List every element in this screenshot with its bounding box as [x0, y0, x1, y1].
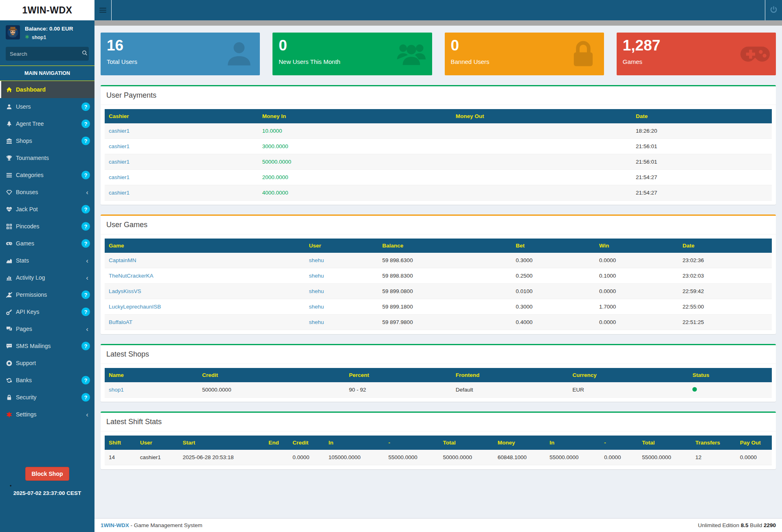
- logout-button[interactable]: [765, 0, 782, 20]
- link-cashier1[interactable]: cashier1: [109, 190, 130, 196]
- link-cashier1[interactable]: cashier1: [109, 128, 130, 134]
- link-shehu[interactable]: shehu: [309, 304, 324, 310]
- link-shehu[interactable]: shehu: [309, 288, 324, 294]
- sidebar-menu: DashboardUsers?Agent Tree?Shops?Tourname…: [0, 81, 94, 423]
- life-ring-icon: [6, 360, 16, 366]
- sidebar-item-permissions[interactable]: Permissions?: [0, 286, 94, 303]
- column-header-date: Date: [632, 109, 772, 123]
- link-buffaloat[interactable]: BuffaloAT: [109, 319, 132, 325]
- money-in-value: 10.0000: [262, 128, 282, 134]
- sidebar-item-api-keys[interactable]: API Keys?: [0, 303, 94, 320]
- sidebar-item-label: Support: [16, 360, 36, 366]
- block-shop-button[interactable]: Block Shop: [25, 467, 69, 481]
- stat-box-games: 1,287Games: [617, 33, 776, 75]
- help-badge[interactable]: ?: [81, 222, 90, 231]
- help-badge[interactable]: ?: [81, 171, 90, 180]
- cell-cashier: cashier1: [105, 139, 258, 154]
- lock-icon: [568, 39, 598, 71]
- link-cashier1[interactable]: cashier1: [109, 159, 130, 165]
- link-shehu[interactable]: shehu: [309, 319, 324, 325]
- help-badge[interactable]: ?: [81, 291, 90, 299]
- search-icon[interactable]: [82, 50, 88, 57]
- cell--: 55000.0000: [384, 450, 439, 465]
- column-header-credit: Credit: [198, 368, 345, 382]
- sidebar-item-label: Stats: [16, 257, 29, 264]
- cell-bet: 0.4000: [512, 315, 595, 330]
- section-title-user-payments: User Payments: [106, 91, 770, 100]
- link-shehu[interactable]: shehu: [309, 257, 324, 263]
- cell-balance: 59 899.0800: [378, 284, 512, 299]
- cell-win: 0.1000: [595, 268, 679, 284]
- column-header-date: Date: [679, 239, 772, 253]
- sidebar-item-games[interactable]: Games?: [0, 235, 94, 252]
- cell-bet: 0.0100: [512, 284, 595, 299]
- cell-win: 0.0000: [595, 253, 679, 268]
- sidebar-item-activity-log[interactable]: Activity Log‹: [0, 269, 94, 286]
- top-header: 1WIN-WDX: [0, 0, 782, 20]
- help-badge[interactable]: ?: [81, 120, 90, 128]
- cell-user: shehu: [305, 253, 378, 268]
- link-shop1[interactable]: shop1: [109, 387, 124, 393]
- sidebar-item-pincodes[interactable]: Pincodes?: [0, 218, 94, 235]
- sidebar-item-jack-pot[interactable]: Jack Pot?: [0, 201, 94, 218]
- sidebar-item-dashboard[interactable]: Dashboard: [0, 81, 94, 98]
- link-thenutcrackerka[interactable]: TheNutCrackerKA: [109, 273, 154, 279]
- link-cashier1[interactable]: cashier1: [109, 174, 130, 180]
- sidebar-item-banks[interactable]: Banks?: [0, 372, 94, 389]
- help-badge[interactable]: ?: [81, 137, 90, 145]
- help-badge[interactable]: ?: [81, 205, 90, 214]
- cell-money-out: [452, 123, 632, 139]
- sidebar-item-bonuses[interactable]: Bonuses‹: [0, 184, 94, 201]
- link-captainmn[interactable]: CaptainMN: [109, 257, 136, 263]
- help-badge[interactable]: ?: [81, 103, 90, 111]
- sidebar-item-pages[interactable]: Pages‹: [0, 320, 94, 337]
- sidebar-item-stats[interactable]: Stats‹: [0, 252, 94, 269]
- list-icon: [6, 172, 16, 178]
- user-payments-table: CashierMoney InMoney OutDatecashier110.0…: [105, 109, 772, 201]
- sidebar-item-tournaments[interactable]: Tournaments: [0, 149, 94, 166]
- user-panel: Balance: 0.00 EUR shop1: [0, 20, 94, 44]
- help-badge[interactable]: ?: [81, 342, 90, 350]
- sidebar-item-settings[interactable]: Settings‹: [0, 406, 94, 423]
- horizontal-scrollbar[interactable]: [94, 20, 782, 26]
- link-luckyleprechaunisb[interactable]: LuckyLeprechaunISB: [109, 304, 161, 310]
- user-payments-box: User Payments CashierMoney InMoney OutDa…: [101, 85, 776, 205]
- sidebar-item-users[interactable]: Users?: [0, 98, 94, 115]
- user-slash-icon: [6, 292, 16, 298]
- cell-game: BuffaloAT: [105, 315, 305, 330]
- sidebar-item-label: Categories: [16, 172, 44, 178]
- sidebar-item-security[interactable]: Security?: [0, 389, 94, 406]
- table-row: shop150000.000090 - 92DefaultEUR: [105, 382, 772, 398]
- navbar-spacer: [112, 0, 765, 20]
- sidebar-item-shops[interactable]: Shops?: [0, 132, 94, 149]
- column-header-status: Status: [688, 368, 772, 382]
- user-icon: [6, 104, 16, 110]
- help-badge[interactable]: ?: [81, 239, 90, 248]
- cell-frontend: Default: [452, 382, 569, 398]
- sidebar-item-support[interactable]: Support: [0, 355, 94, 372]
- search-input[interactable]: [10, 51, 82, 57]
- link-ladyskissvs[interactable]: LadysKissVS: [109, 288, 141, 294]
- shop-line[interactable]: shop1: [25, 35, 73, 40]
- help-badge[interactable]: ?: [81, 393, 90, 402]
- footer-brand-link[interactable]: 1WIN-WDX: [101, 522, 129, 528]
- cell-win: 0.0000: [595, 315, 679, 330]
- link-shehu[interactable]: shehu: [309, 273, 324, 279]
- latest-shops-table: NameCreditPercentFrontendCurrencyStatuss…: [105, 368, 772, 398]
- help-badge[interactable]: ?: [81, 376, 90, 385]
- sidebar-item-categories[interactable]: Categories?: [0, 166, 94, 184]
- qrcode-icon: [6, 223, 16, 230]
- link-cashier1[interactable]: cashier1: [109, 143, 130, 149]
- cell-status: [688, 382, 772, 398]
- sidebar-toggle-button[interactable]: [94, 0, 112, 20]
- cell-cashier: cashier1: [105, 154, 258, 170]
- diamond-icon: [6, 189, 16, 195]
- help-badge[interactable]: ?: [81, 308, 90, 316]
- cell-game: LadysKissVS: [105, 284, 305, 299]
- sidebar-item-sms-mailings[interactable]: SMS Mailings?: [0, 337, 94, 355]
- table-row: cashier110.000018:26:20: [105, 123, 772, 139]
- cell-name: shop1: [105, 382, 198, 398]
- cell-bet: 0.2500: [512, 268, 595, 284]
- sidebar-item-agent-tree[interactable]: Agent Tree?: [0, 115, 94, 132]
- gamepad-icon: [6, 241, 16, 247]
